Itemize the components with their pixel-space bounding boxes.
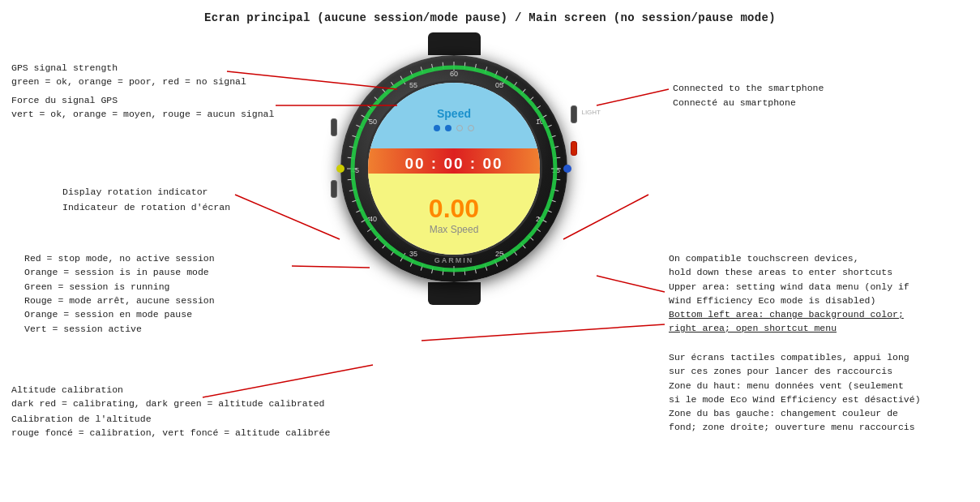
- status-en-line2: Orange = session is in pause mode: [24, 267, 209, 277]
- annotation-status-fr: Rouge = mode arrêt, aucune session Orang…: [24, 294, 215, 336]
- garmin-brand: GARMIN: [434, 256, 474, 264]
- status-fr-line1: Rouge = mode arrêt, aucune session: [24, 295, 215, 306]
- watch-band-bottom: [428, 282, 481, 305]
- watch-face: Speed 00 : 00 : 00 0.00 Max Speed: [366, 80, 542, 257]
- up-menu-button[interactable]: [331, 118, 337, 136]
- face-top-area[interactable]: Speed: [368, 83, 540, 155]
- touch-en-3: Upper area: setting wind data menu (only…: [669, 281, 909, 292]
- status-fr-line2: Orange = session en mode pause: [24, 309, 192, 320]
- annotation-gps-fr: Force du signal GPS vert = ok, orange = …: [11, 93, 274, 122]
- rotation-indicator-left: [336, 165, 344, 173]
- gps-fr-line2: vert = ok, orange = moyen, rouge = aucun…: [11, 109, 274, 119]
- touch-en-2: hold down these areas to enter shortcuts: [669, 267, 892, 277]
- dot-4: [468, 125, 474, 131]
- svg-line-79: [597, 276, 665, 292]
- dot-1: [434, 125, 440, 131]
- annotation-altitude-en: Altitude calibration dark red = calibrat…: [11, 383, 324, 411]
- annotation-status-en: Red = stop mode, no active session Orang…: [24, 251, 215, 294]
- max-speed-label: Max Speed: [430, 224, 479, 235]
- max-speed-value: 0.00: [429, 194, 479, 224]
- touch-fr-3: Zone du haut: menu données vent (seuleme…: [669, 380, 904, 391]
- page-dots: [434, 125, 474, 131]
- touch-en-5-underline: Bottom left area: change background colo…: [669, 309, 904, 320]
- svg-text:60: 60: [450, 70, 458, 78]
- touch-en-4: Wind Efficiency Eco mode is disabled): [669, 295, 875, 306]
- svg-line-75: [563, 195, 648, 239]
- down-button[interactable]: [331, 180, 337, 198]
- gps-en-line1: GPS signal strength: [11, 62, 118, 73]
- svg-line-78: [597, 89, 669, 105]
- speed-field-label: Speed: [437, 107, 471, 120]
- annotation-connected-fr: Connecté au smartphone: [673, 96, 796, 109]
- annotation-altitude-fr: Calibration de l'altitude rouge foncé = …: [11, 412, 330, 440]
- status-fr-line3: Vert = session active: [24, 324, 142, 334]
- annotation-touchscreen-fr: Sur écrans tactiles compatibles, appui l…: [669, 350, 921, 435]
- status-en-line3: Green = session is running: [24, 281, 169, 292]
- altitude-fr-line1: Calibration de l'altitude: [11, 414, 152, 424]
- altitude-en-line1: Altitude calibration: [11, 384, 123, 395]
- rotation-fr-text: Indicateur de rotation d'écran: [62, 202, 230, 212]
- annotation-rotation-fr: Indicateur de rotation d'écran: [62, 200, 230, 214]
- gps-fr-line1: Force du signal GPS: [11, 95, 118, 105]
- page-title: Ecran principal (aucune session/mode pau…: [0, 0, 980, 24]
- altitude-fr-line2: rouge foncé = calibration, vert foncé = …: [11, 427, 330, 438]
- gps-en-line2: green = ok, orange = poor, red = no sign…: [11, 76, 246, 87]
- timer-value: 00 : 00 : 00: [404, 155, 503, 173]
- dot-3: [456, 125, 463, 131]
- rotation-indicator-right: [563, 165, 571, 173]
- status-en-line1: Red = stop mode, no active session: [24, 253, 215, 264]
- touch-fr-1: Sur écrans tactiles compatibles, appui l…: [669, 352, 909, 363]
- watch-band-top: [428, 32, 481, 55]
- connected-en-text: Connected to the smartphone: [673, 83, 824, 93]
- svg-line-74: [235, 195, 340, 239]
- dot-2: [445, 125, 451, 131]
- annotation-connected-en: Connected to the smartphone: [673, 81, 824, 95]
- touch-en-1: On compatible touchscreen devices,: [669, 253, 859, 264]
- svg-line-80: [422, 324, 665, 341]
- touch-fr-5: Zone du bas gauche: changement couleur d…: [669, 408, 898, 418]
- light-button-label: LIGHT: [581, 109, 601, 116]
- face-bottom-area[interactable]: 0.00 Max Speed: [368, 174, 540, 255]
- connected-fr-text: Connecté au smartphone: [673, 97, 796, 108]
- touch-en-6-underline: right area; open shortcut menu: [669, 323, 837, 333]
- annotation-touchscreen-en: On compatible touchscreen devices, hold …: [669, 251, 909, 336]
- altitude-en-line2: dark red = calibrating, dark green = alt…: [11, 398, 324, 409]
- rotation-en-text: Display rotation indicator: [62, 187, 208, 197]
- touch-fr-4: si le mode Eco Wind Efficiency est désac…: [669, 394, 921, 405]
- red-button[interactable]: [571, 141, 577, 156]
- watch-body: 60 05 10 15 20 25 35 40 45 50 55 Speed: [340, 55, 567, 282]
- annotation-rotation-en: Display rotation indicator: [62, 185, 208, 199]
- annotation-gps-en: GPS signal strength green = ok, orange =…: [11, 61, 246, 89]
- light-button[interactable]: LIGHT: [571, 105, 577, 123]
- touch-fr-6: fond; zone droite; ouverture menu raccou…: [669, 422, 915, 432]
- touch-fr-2: sur ces zones pour lancer des raccourcis: [669, 366, 892, 376]
